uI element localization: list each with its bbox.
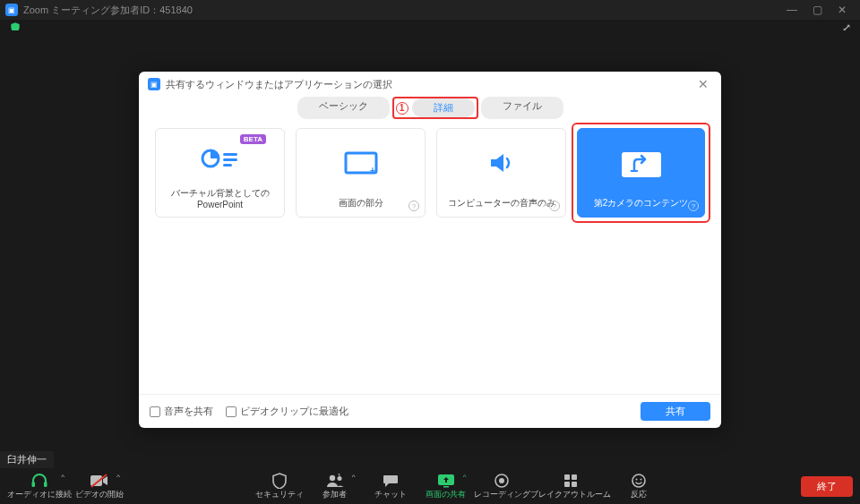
dialog-close-button[interactable]: ✕ (694, 77, 712, 91)
breakout-icon (563, 473, 578, 489)
svg-point-22 (632, 474, 645, 487)
dialog-header: ▣ 共有するウィンドウまたはアプリケーションの選択 ✕ (139, 72, 721, 95)
participants-count: 1 (338, 472, 341, 480)
share-button[interactable]: 共有 (641, 402, 710, 421)
toolbar-label: ビデオの開始 (75, 489, 124, 500)
annotation-highlight-2: 第2カメラのコンテンツ ? (572, 123, 710, 223)
toolbar-label: セキュリティ (255, 489, 304, 500)
record-button[interactable]: レコーディング (474, 473, 530, 500)
breakout-rooms-button[interactable]: ブレイクアウトルーム (530, 473, 611, 500)
dialog-footer: 音声を共有 ビデオクリップに最適化 共有 (139, 394, 721, 428)
tab-file[interactable]: ファイル (481, 97, 563, 119)
share-options-row: BETA バーチャル背景としてのPowerPoint (139, 128, 721, 218)
annotation-highlight-1: 1 詳細 (392, 97, 478, 119)
security-button[interactable]: セキュリティ (252, 473, 307, 500)
window-maximize-button[interactable]: ▢ (804, 4, 830, 16)
option-label: バーチャル背景としてのPowerPoint (156, 187, 284, 209)
annotation-badge-1: 1 (396, 102, 408, 115)
meeting-toolbar: ^ オーディオに接続 ^ ビデオの開始 セキュリティ ^ 1 参加者 チャット … (0, 468, 860, 504)
record-icon (494, 473, 509, 489)
powerpoint-vb-icon (200, 129, 241, 187)
option-portion-of-screen[interactable]: + 画面の部分 ? (296, 128, 426, 218)
toolbar-label: オーディオに接続 (7, 489, 72, 500)
svg-rect-3 (223, 164, 232, 167)
svg-rect-21 (572, 482, 577, 487)
chevron-up-icon[interactable]: ^ (61, 473, 64, 481)
video-area: 臼井伸一 ▣ 共有するウィンドウまたはアプリケーションの選択 ✕ ベーシック 1… (0, 30, 860, 468)
toolbar-label: 反応 (631, 489, 647, 500)
chat-button[interactable]: チャット (363, 473, 418, 500)
beta-badge: BETA (240, 134, 266, 144)
participants-icon (325, 473, 345, 489)
svg-point-24 (640, 478, 641, 480)
option-virtual-bg-powerpoint[interactable]: BETA バーチャル背景としてのPowerPoint (155, 128, 285, 218)
help-icon[interactable]: ? (408, 201, 419, 211)
reactions-button[interactable]: 反応 (611, 473, 666, 500)
share-screen-dialog: ▣ 共有するウィンドウまたはアプリケーションの選択 ✕ ベーシック 1 詳細 フ… (139, 72, 721, 428)
svg-rect-19 (572, 474, 577, 480)
share-screen-button[interactable]: ^ 画面の共有 (418, 473, 474, 500)
option-label: コンピューターの音声のみ (448, 197, 555, 209)
svg-point-12 (329, 474, 334, 480)
help-icon[interactable]: ? (549, 201, 560, 211)
svg-point-17 (499, 478, 504, 483)
window-minimize-button[interactable]: — (779, 4, 804, 16)
chevron-up-icon[interactable]: ^ (116, 473, 120, 481)
screen-portion-icon: + (343, 129, 379, 197)
reactions-icon (632, 473, 646, 489)
toolbar-label: 画面の共有 (426, 489, 466, 500)
self-name-label: 臼井伸一 (0, 451, 54, 468)
toolbar-label: ブレイクアウトルーム (530, 489, 611, 500)
shield-icon (272, 473, 287, 489)
chat-icon (383, 473, 399, 489)
zoom-logo-icon: ▣ (5, 4, 18, 16)
checkbox-icon (226, 406, 236, 417)
participants-button[interactable]: ^ 1 参加者 (307, 473, 363, 500)
option-label: 第2カメラのコンテンツ (594, 197, 689, 209)
tab-advanced[interactable]: 詳細 (412, 98, 475, 117)
share-audio-checkbox[interactable]: 音声を共有 (150, 405, 213, 418)
svg-rect-7 (631, 170, 638, 172)
speaker-icon (487, 129, 516, 197)
share-tabs: ベーシック 1 詳細 ファイル (139, 97, 721, 119)
svg-rect-2 (223, 158, 237, 161)
end-meeting-button[interactable]: 終了 (801, 476, 853, 497)
video-button[interactable]: ^ ビデオの開始 (72, 473, 127, 500)
second-camera-icon (615, 129, 668, 197)
option-label: 画面の部分 (339, 197, 383, 209)
chevron-up-icon[interactable]: ^ (463, 473, 467, 481)
svg-point-23 (635, 478, 637, 480)
audio-button[interactable]: ^ オーディオに接続 (7, 473, 72, 500)
toolbar-label: レコーディング (474, 489, 530, 500)
svg-rect-18 (564, 474, 570, 480)
help-icon[interactable]: ? (688, 201, 699, 211)
tab-basic[interactable]: ベーシック (297, 97, 390, 119)
optimize-video-checkbox[interactable]: ビデオクリップに最適化 (226, 405, 348, 418)
option-second-camera[interactable]: 第2カメラのコンテンツ ? (577, 128, 705, 218)
svg-text:+: + (370, 166, 375, 175)
window-close-button[interactable]: ✕ (830, 4, 855, 16)
checkbox-label: ビデオクリップに最適化 (240, 405, 348, 418)
chevron-up-icon[interactable]: ^ (352, 473, 356, 481)
svg-rect-8 (32, 482, 36, 487)
zoom-logo-icon: ▣ (148, 78, 160, 90)
meeting-info-bar: ⤢ (0, 20, 860, 30)
dialog-title: 共有するウィンドウまたはアプリケーションの選択 (166, 78, 392, 91)
video-off-icon (90, 473, 109, 489)
svg-rect-9 (44, 482, 47, 487)
checkbox-label: 音声を共有 (164, 405, 213, 418)
share-screen-icon (437, 473, 455, 489)
toolbar-label: 参加者 (322, 489, 347, 500)
toolbar-label: チャット (374, 489, 407, 500)
window-title: Zoom ミーティング参加者ID：451840 (23, 4, 193, 17)
window-titlebar: ▣ Zoom ミーティング参加者ID：451840 — ▢ ✕ (0, 0, 860, 20)
checkbox-icon (150, 406, 160, 417)
option-computer-audio-only[interactable]: コンピューターの音声のみ ? (436, 128, 566, 218)
svg-rect-15 (443, 486, 449, 488)
svg-rect-1 (223, 153, 237, 156)
svg-rect-20 (564, 482, 570, 487)
headphones-icon (30, 473, 48, 489)
